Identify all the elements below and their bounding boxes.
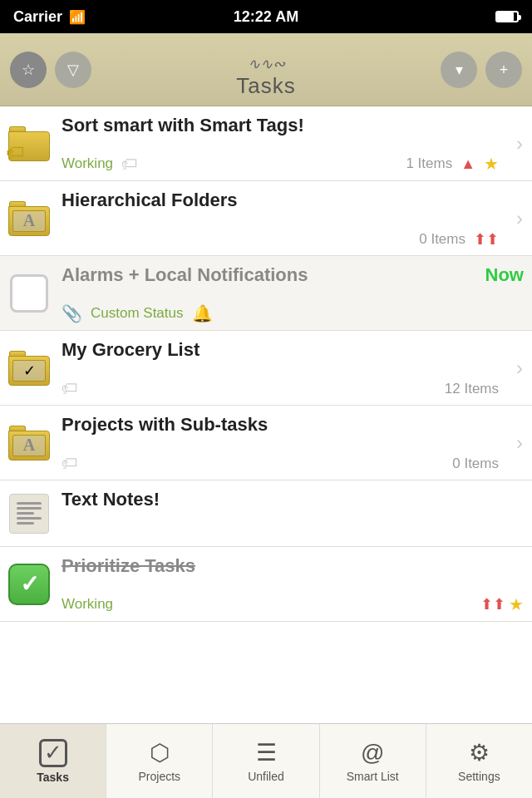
task-list: 🏷 Sort smart with Smart Tags! Working 🏷 …: [0, 106, 532, 723]
double-arrow-up-red-icon: ⬆⬆: [480, 595, 505, 613]
list-item[interactable]: A Hierarchical Folders 0 Items ⬆⬆ ›: [0, 181, 532, 256]
item-count: 12 Items: [445, 381, 499, 397]
filter-button[interactable]: ▽: [55, 52, 91, 88]
settings-tab-icon: ⚙: [469, 739, 490, 766]
tag-icon: 🏷: [62, 454, 78, 473]
note-line: [17, 507, 42, 510]
item-icon-grocery: ✓: [0, 331, 58, 405]
checkbox-icon: [10, 274, 48, 313]
wifi-icon: 📶: [69, 9, 86, 25]
add-button[interactable]: +: [485, 52, 522, 88]
item-count: 0 Items: [419, 231, 466, 248]
star-list-button[interactable]: ☆: [10, 52, 47, 88]
green-check-icon: ✓: [8, 564, 50, 605]
item-subtitle-row: 0 Items ⬆⬆: [62, 230, 499, 249]
tasks-tab-icon: ✓: [39, 739, 67, 767]
tag-icon: 🏷: [121, 155, 138, 174]
item-content-projects: Projects with Sub-tasks 🏷 0 Items: [58, 406, 507, 480]
chevron-down-icon: ▾: [456, 61, 463, 79]
battery-icon: [495, 11, 519, 22]
header-buttons: ☆ ▽ ▾ +: [0, 33, 532, 106]
chevron-right-icon: ›: [507, 106, 532, 180]
tab-unfiled[interactable]: ☰ Unfiled: [213, 724, 319, 798]
item-subtitle-row: 📎 Custom Status 🔔: [62, 303, 524, 323]
item-title: Hierarchical Folders: [62, 190, 499, 211]
item-count: 1 Items: [406, 155, 452, 172]
unfiled-tab-label: Unfiled: [248, 770, 284, 783]
item-content-prioritize: Prioritize Tasks Working ⬆⬆ ★: [58, 547, 532, 621]
star-icon: ★: [484, 154, 499, 174]
double-arrow-up-icon: ⬆⬆: [474, 230, 499, 249]
item-content-grocery: My Grocery List 🏷 12 Items: [58, 331, 507, 405]
chevron-right-icon: ›: [507, 406, 532, 480]
list-item[interactable]: ✓ Prioritize Tasks Working ⬆⬆ ★: [0, 547, 532, 622]
unfiled-tab-icon: ☰: [256, 739, 277, 766]
item-count: 0 Items: [452, 456, 499, 472]
item-status: Working: [62, 596, 113, 613]
list-item[interactable]: Alarms + Local Notifications Now 📎 Custo…: [0, 256, 532, 331]
add-icon: +: [500, 62, 509, 79]
note-line: [17, 502, 42, 505]
status-bar-right: [495, 11, 519, 22]
item-subtitle-row: 🏷 12 Items: [62, 379, 499, 398]
item-title: Alarms + Local Notifications: [62, 264, 308, 286]
tasks-tab-label: Tasks: [37, 771, 69, 784]
tab-settings[interactable]: ⚙ Settings: [426, 724, 532, 798]
item-icon-textnotes: [0, 480, 58, 546]
item-now-label: Now: [485, 264, 524, 286]
item-title: My Grocery List: [62, 339, 499, 361]
tag-icon: 🏷: [62, 379, 78, 398]
status-bar-time: 12:22 AM: [234, 8, 298, 26]
item-icon-alarms: [0, 256, 58, 330]
item-custom-status: Custom Status: [91, 305, 184, 322]
star-icon: ★: [509, 594, 524, 614]
list-item[interactable]: A Projects with Sub-tasks 🏷 0 Items ›: [0, 406, 532, 480]
smartlist-tab-icon: @: [361, 740, 384, 766]
item-content-alarms: Alarms + Local Notifications Now 📎 Custo…: [58, 256, 532, 330]
status-bar-left: Carrier 📶: [13, 8, 86, 26]
header-right-buttons: ▾ +: [441, 52, 522, 88]
item-icon-hierarchical: A: [0, 181, 58, 255]
projects-tab-label: Projects: [139, 770, 181, 783]
note-line: [17, 522, 34, 525]
item-subtitle-row: 🏷 0 Items: [62, 454, 499, 473]
item-content-textnotes: Text Notes!: [58, 480, 532, 546]
item-content-hierarchical: Hierarchical Folders 0 Items ⬆⬆: [58, 181, 507, 255]
tab-projects[interactable]: ⬡ Projects: [106, 724, 213, 798]
note-line: [17, 517, 42, 520]
chevron-right-icon: ›: [507, 181, 532, 255]
item-icon-smart-tags: 🏷: [0, 106, 58, 180]
item-icon-prioritize: ✓: [0, 547, 58, 621]
tab-bar: ✓ Tasks ⬡ Projects ☰ Unfiled @ Smart Lis…: [0, 723, 532, 798]
tab-smartlist[interactable]: @ Smart List: [320, 724, 426, 798]
tab-tasks[interactable]: ✓ Tasks: [0, 724, 106, 798]
status-bar: Carrier 📶 12:22 AM: [0, 0, 532, 33]
item-icon-projects: A: [0, 406, 58, 480]
bell-icon: 🔔: [192, 303, 213, 323]
list-item[interactable]: ✓ My Grocery List 🏷 12 Items ›: [0, 331, 532, 406]
item-status: Working: [62, 155, 113, 172]
carrier-label: Carrier: [13, 8, 62, 26]
item-subtitle-row: Working 🏷 1 Items ▲ ★: [62, 154, 499, 174]
projects-tab-icon: ⬡: [150, 739, 170, 766]
note-line: [17, 512, 34, 515]
header: ☆ ▽ ▾ + ∿∿∾ Tasks: [0, 33, 532, 106]
chevron-right-icon: ›: [507, 331, 532, 405]
settings-tab-label: Settings: [458, 770, 500, 783]
item-title: Projects with Sub-tasks: [62, 414, 499, 436]
star-list-icon: ☆: [22, 61, 35, 79]
item-title: Sort smart with Smart Tags!: [62, 115, 499, 136]
filter-icon: ▽: [67, 61, 79, 79]
list-item[interactable]: Text Notes!: [0, 480, 532, 547]
arrow-up-icon: ▲: [461, 155, 475, 173]
list-item[interactable]: 🏷 Sort smart with Smart Tags! Working 🏷 …: [0, 106, 532, 181]
item-title: Prioritize Tasks: [62, 555, 524, 577]
note-icon: [9, 494, 49, 534]
item-subtitle-row: Working ⬆⬆ ★: [62, 594, 524, 614]
item-content-smart-tags: Sort smart with Smart Tags! Working 🏷 1 …: [58, 106, 507, 180]
smartlist-tab-label: Smart List: [347, 770, 399, 783]
header-left-buttons: ☆ ▽: [10, 52, 91, 88]
chevron-down-button[interactable]: ▾: [441, 52, 477, 88]
paperclip-icon: 📎: [62, 303, 82, 323]
item-title: Text Notes!: [62, 489, 524, 510]
